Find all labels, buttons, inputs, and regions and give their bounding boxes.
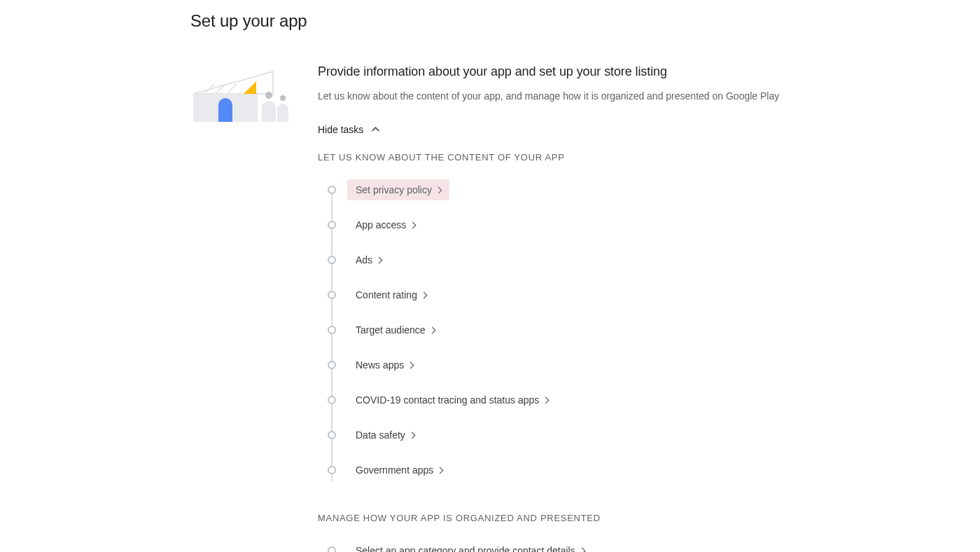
task-group-label: MANAGE HOW YOUR APP IS ORGANIZED AND PRE…	[318, 513, 808, 523]
task-label: Target audience	[356, 324, 426, 336]
svg-point-6	[265, 92, 272, 99]
task-group-label: LET US KNOW ABOUT THE CONTENT OF YOUR AP…	[318, 152, 808, 163]
page-title: Set up your app	[190, 11, 980, 31]
task-item: Select an app category and provide conta…	[330, 533, 808, 552]
chevron-right-icon	[408, 432, 415, 439]
task-link[interactable]: Content rating	[347, 284, 435, 305]
svg-line-3	[227, 84, 237, 94]
task-item: App access	[330, 207, 808, 242]
chevron-right-icon	[407, 361, 414, 368]
task-link[interactable]: Select an app category and provide conta…	[347, 540, 593, 552]
task-link[interactable]: Target audience	[347, 319, 443, 340]
chevron-right-icon	[376, 256, 383, 263]
task-group: MANAGE HOW YOUR APP IS ORGANIZED AND PRE…	[318, 513, 808, 552]
task-link[interactable]: COVID-19 contact tracing and status apps	[347, 389, 556, 410]
task-item: Target audience	[330, 312, 808, 347]
task-list: Select an app category and provide conta…	[318, 533, 808, 552]
task-link[interactable]: Set privacy policy	[347, 179, 449, 200]
task-item: Government apps	[330, 453, 808, 488]
task-label: News apps	[356, 359, 404, 371]
task-item: News apps	[330, 347, 808, 382]
task-label: Select an app category and provide conta…	[356, 545, 575, 552]
task-item: Set privacy policy	[330, 172, 808, 207]
hide-tasks-label: Hide tasks	[318, 124, 363, 135]
chevron-up-icon	[372, 127, 379, 134]
task-link[interactable]: App access	[347, 214, 424, 235]
chevron-right-icon	[578, 547, 585, 552]
task-item: Ads	[330, 242, 808, 277]
section-heading: Provide information about your app and s…	[318, 64, 808, 79]
task-groups-container: LET US KNOW ABOUT THE CONTENT OF YOUR AP…	[318, 152, 808, 552]
task-label: App access	[356, 219, 406, 230]
chevron-right-icon	[542, 396, 550, 403]
task-label: Data safety	[356, 429, 405, 441]
chevron-right-icon	[410, 221, 416, 228]
task-list: Set privacy policyApp accessAdsContent r…	[318, 172, 808, 488]
chevron-right-icon	[428, 326, 435, 333]
hide-tasks-toggle[interactable]: Hide tasks	[318, 124, 377, 135]
content-wrapper: Provide information about your app and s…	[190, 64, 980, 552]
task-label: Ads	[356, 254, 372, 265]
main-content: Provide information about your app and s…	[318, 64, 808, 552]
svg-line-1	[204, 84, 214, 94]
chevron-right-icon	[435, 186, 442, 193]
svg-point-7	[280, 95, 286, 101]
task-item: Content rating	[330, 277, 808, 312]
chevron-right-icon	[437, 467, 444, 474]
svg-line-2	[216, 84, 225, 94]
task-item: COVID-19 contact tracing and status apps	[330, 382, 808, 418]
section-description: Let us know about the content of your ap…	[318, 89, 808, 104]
svg-marker-4	[244, 81, 256, 94]
chevron-right-icon	[421, 291, 428, 298]
task-label: Content rating	[356, 289, 417, 301]
task-item: Data safety	[330, 418, 808, 453]
task-link[interactable]: Ads	[347, 249, 390, 270]
task-link[interactable]: Data safety	[347, 425, 423, 446]
task-group: LET US KNOW ABOUT THE CONTENT OF YOUR AP…	[318, 152, 808, 488]
task-label: COVID-19 contact tracing and status apps	[356, 394, 539, 406]
task-label: Set privacy policy	[356, 184, 432, 195]
task-link[interactable]: News apps	[347, 354, 421, 375]
task-label: Government apps	[356, 464, 433, 476]
task-link[interactable]: Government apps	[347, 460, 451, 481]
svg-marker-0	[193, 71, 273, 94]
setup-illustration	[190, 64, 295, 124]
